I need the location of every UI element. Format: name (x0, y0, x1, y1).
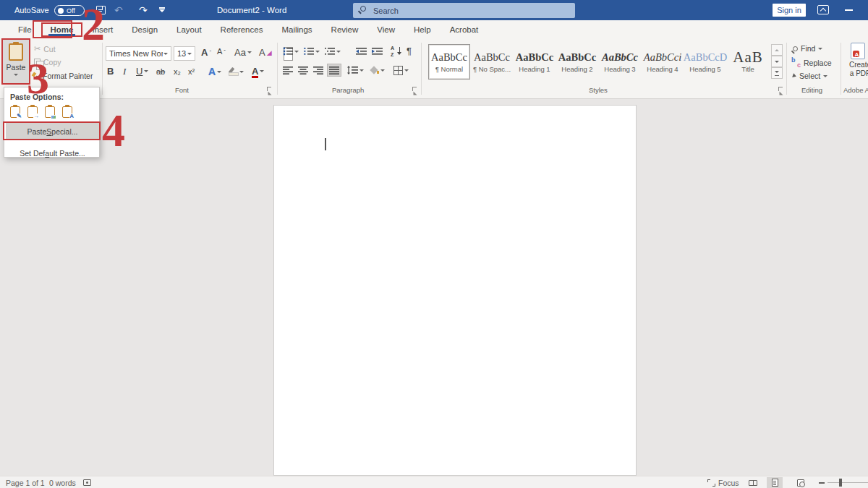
style-normal[interactable]: AaBbCc ¶ Normal (428, 44, 470, 80)
style-preview: AaBbCc (516, 51, 553, 64)
chevron-up-icon (775, 49, 779, 51)
search-bar[interactable] (353, 3, 575, 18)
print-layout-button[interactable] (767, 477, 783, 488)
styles-scroll-up-button[interactable] (771, 44, 783, 56)
change-case-button[interactable]: Aa (234, 47, 252, 58)
word-count[interactable]: 0 words (49, 476, 76, 488)
align-right-button[interactable] (313, 66, 323, 74)
tab-design[interactable]: Design (122, 22, 167, 37)
font-name-combo[interactable]: Times New Roman (106, 46, 171, 61)
tab-mailings[interactable]: Mailings (272, 22, 321, 37)
style-heading-2[interactable]: AaBbCc Heading 2 (556, 44, 598, 80)
paste-options-row: ✎ → A (10, 106, 72, 118)
tab-layout[interactable]: Layout (167, 22, 211, 37)
quick-access-toolbar-chevron-icon[interactable] (159, 9, 165, 12)
select-button[interactable]: Select (793, 72, 827, 80)
arrow-badge-icon: → (33, 114, 39, 119)
sign-in-button[interactable]: Sign in (773, 4, 806, 17)
document-title: Document2 - Word (217, 0, 286, 20)
font-color-bar-icon (252, 76, 258, 78)
justify-button[interactable] (327, 64, 341, 77)
bullets-button[interactable] (283, 47, 299, 56)
focus-mode-button[interactable]: Focus (707, 476, 739, 488)
font-size-chevron-icon (187, 53, 192, 55)
grow-font-button[interactable]: Aˆ (201, 47, 211, 58)
multilevel-list-button[interactable] (325, 47, 341, 56)
style-heading-1[interactable]: AaBbCc Heading 1 (514, 44, 556, 80)
subscript-button[interactable]: x₂ (174, 67, 181, 76)
tab-references[interactable]: References (211, 22, 273, 37)
decrease-indent-button[interactable] (356, 47, 367, 56)
superscript-button[interactable]: x² (188, 67, 195, 76)
find-button[interactable]: Find (793, 44, 822, 53)
highlight-color-button[interactable] (229, 67, 244, 76)
font-dialog-launcher-icon[interactable] (267, 87, 273, 93)
keep-text-only-icon[interactable]: A (62, 106, 72, 118)
style-heading-3[interactable]: AaBbCc Heading 3 (599, 44, 641, 80)
find-chevron-icon (818, 48, 822, 50)
clear-formatting-eraser-icon: ◢ (267, 49, 272, 56)
zoom-out-button[interactable] (819, 482, 825, 484)
tab-review[interactable]: Review (322, 22, 368, 37)
superscript-glyph: x² (188, 67, 195, 76)
group-separator (841, 43, 841, 95)
minimize-icon[interactable] (845, 9, 853, 11)
search-input[interactable] (373, 7, 532, 15)
cut-button[interactable]: ✂ Cut (34, 44, 56, 53)
web-layout-button[interactable] (793, 477, 809, 488)
shrink-font-button[interactable]: Aˇ (217, 47, 226, 56)
ribbon-display-options-icon[interactable] (817, 5, 829, 14)
underline-glyph: U (136, 66, 142, 77)
align-left-button[interactable] (283, 66, 293, 74)
find-magnifier-icon (793, 46, 798, 51)
annotation-box-home-tab (33, 20, 72, 38)
strikethrough-button[interactable]: ab (156, 67, 165, 76)
set-default-paste-menu-item[interactable]: Set Default Paste... (6, 145, 99, 162)
merge-formatting-icon[interactable]: → (27, 106, 38, 118)
numbering-button[interactable] (304, 47, 320, 56)
replace-button[interactable]: bc Replace (791, 58, 832, 67)
macro-recording-button[interactable] (83, 476, 91, 488)
zoom-slider-track[interactable] (827, 482, 868, 483)
style-no-spacing[interactable]: AaBbCc ¶ No Spac... (471, 44, 513, 80)
read-mode-button[interactable] (745, 477, 761, 488)
grow-font-glyph: A (201, 47, 208, 58)
align-center-button[interactable] (298, 66, 308, 74)
clear-formatting-button[interactable]: A ◢ (259, 47, 272, 58)
annotation-box-paste-special (3, 121, 101, 140)
font-size-combo[interactable]: 13 (174, 46, 195, 61)
line-spacing-button[interactable] (347, 66, 364, 74)
paint-bucket-icon (370, 67, 379, 74)
underline-button[interactable]: U (136, 66, 148, 77)
shading-button[interactable] (370, 67, 385, 74)
increase-indent-button[interactable] (372, 47, 383, 56)
sort-button[interactable]: A Z (391, 46, 401, 56)
zoom-slider-handle[interactable] (839, 479, 842, 487)
autosave-toggle[interactable]: Off (54, 5, 85, 16)
style-preview: AaBbCci (644, 51, 681, 64)
tab-acrobat[interactable]: Acrobat (441, 22, 488, 37)
styles-dialog-launcher-icon[interactable] (778, 87, 785, 93)
redo-icon[interactable]: ↷ (139, 0, 148, 20)
borders-button[interactable] (393, 66, 409, 75)
paragraph-dialog-launcher-icon[interactable] (412, 87, 419, 93)
text-effects-button[interactable]: A (208, 66, 221, 77)
style-heading-4[interactable]: AaBbCci Heading 4 (642, 44, 684, 80)
paste-as-picture-icon[interactable] (45, 106, 55, 118)
tab-view[interactable]: View (367, 22, 404, 37)
ribbon-tab-row: File Home Insert Design Layout Reference… (0, 20, 868, 38)
italic-button[interactable]: I (123, 66, 126, 77)
styles-scroll-down-button[interactable] (771, 56, 783, 67)
undo-icon[interactable]: ↶ (114, 0, 123, 20)
style-heading-5[interactable]: AaBbCcD Heading 5 (684, 44, 726, 80)
page-count[interactable]: Page 1 of 1 (6, 476, 45, 488)
keep-source-formatting-icon[interactable]: ✎ (10, 106, 20, 118)
bold-button[interactable]: B (107, 66, 114, 77)
tab-help[interactable]: Help (404, 22, 441, 37)
show-hide-marks-button[interactable]: ¶ (407, 46, 412, 56)
styles-gallery-more-button[interactable] (771, 67, 783, 79)
style-name: ¶ Normal (435, 65, 463, 73)
font-color-button[interactable]: A (252, 66, 264, 77)
style-title[interactable]: AaB Title (727, 44, 769, 80)
document-page[interactable] (273, 105, 637, 476)
